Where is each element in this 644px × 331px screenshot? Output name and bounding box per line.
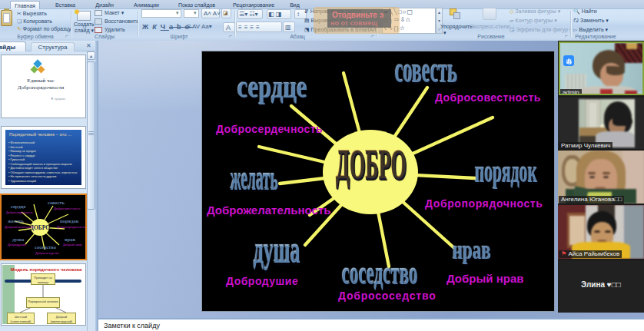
svg-text:порядок: порядок [60, 218, 79, 223]
svg-text:Добропорядочность: Добропорядочность [57, 225, 85, 229]
svg-text:Добрый нрав: Добрый нрав [63, 243, 82, 247]
svg-text:соседство: соседство [35, 244, 56, 250]
svg-text:Добросовестность: Добросовестность [54, 207, 80, 210]
svg-text:Добрососедство: Добрососедство [35, 251, 59, 255]
svg-text:Доброжелательность: Доброжелательность [5, 225, 35, 229]
svg-text:душа: душа [12, 237, 25, 242]
svg-text:нрав: нрав [65, 237, 76, 242]
svg-text:желать: желать [8, 218, 24, 223]
svg-text:Добродушие: Добродушие [8, 243, 26, 247]
svg-text:Добросердечность: Добросердечность [6, 210, 33, 214]
svg-text:сердце: сердце [11, 204, 25, 209]
svg-text:совесть: совесть [48, 200, 65, 205]
